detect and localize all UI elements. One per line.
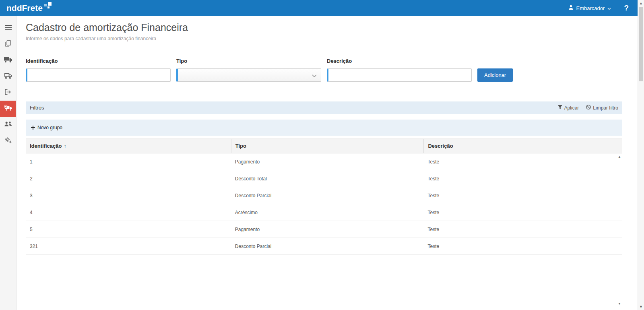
apply-filter-button[interactable]: Aplicar	[558, 105, 579, 111]
cell-identificacao: 2	[26, 170, 231, 187]
identificacao-label: Identificação	[26, 58, 171, 64]
field-identificacao: Identificação	[26, 58, 171, 82]
user-menu[interactable]: Embarcador	[568, 5, 611, 11]
column-header-descricao[interactable]: Descrição	[423, 139, 622, 153]
cell-tipo: Desconto Parcial	[231, 238, 424, 254]
user-icon	[568, 5, 574, 11]
results-grid: Identificação ↑ Tipo Descrição 1 Pagamen…	[26, 138, 622, 309]
topbar-right: Embarcador ?	[568, 4, 631, 12]
gears-icon	[4, 137, 12, 145]
slash-circle-icon	[586, 105, 591, 111]
users-icon	[4, 121, 12, 128]
funnel-icon	[558, 105, 562, 111]
filter-actions: Aplicar Limpar filtro	[558, 105, 618, 111]
scroll-up-arrow-icon[interactable]: ▲	[618, 155, 621, 159]
brand-logo[interactable]: nddFrete	[6, 3, 52, 13]
select-chevron-down-icon	[312, 72, 317, 79]
table-row[interactable]: 5 Pagamento Teste	[26, 221, 622, 238]
table-row[interactable]: 1 Pagamento Teste	[26, 153, 622, 170]
sidebar-item-users[interactable]	[0, 117, 16, 133]
logout-icon	[5, 89, 11, 97]
cell-identificacao: 1	[26, 153, 231, 170]
cell-identificacao: 3	[26, 187, 231, 204]
page-scrollbar[interactable]: ▲ ▼	[638, 0, 644, 310]
scroll-down-arrow-icon[interactable]: ▼	[638, 305, 644, 309]
grid-scrollbar[interactable]: ▲ ▼	[617, 155, 622, 306]
cell-identificacao: 321	[26, 238, 231, 254]
cell-descricao: Teste	[423, 153, 622, 170]
user-menu-label: Embarcador	[576, 5, 605, 11]
field-tipo: Tipo	[176, 58, 321, 82]
top-bar: nddFrete Embarcador ?	[0, 0, 638, 16]
sidebar-item-documents[interactable]	[0, 36, 16, 52]
page-title: Cadastro de amortização Financeira	[26, 22, 622, 33]
clear-filter-button[interactable]: Limpar filtro	[586, 105, 618, 111]
sidebar-item-financial-amortization[interactable]	[0, 101, 16, 117]
brand-logo-squares-icon	[44, 2, 52, 9]
identificacao-input[interactable]	[26, 68, 171, 82]
new-group-label: Novo grupo	[37, 125, 62, 130]
table-row[interactable]: 3 Desconto Parcial Teste	[26, 187, 622, 204]
main-content: Cadastro de amortização Financeira Infor…	[17, 16, 638, 310]
tipo-select[interactable]	[176, 68, 321, 82]
adicionar-button[interactable]: Adicionar	[477, 68, 513, 82]
descricao-label: Descrição	[327, 58, 472, 64]
scroll-down-arrow-icon[interactable]: ▼	[618, 302, 621, 306]
sidebar-item-settings[interactable]	[0, 133, 16, 149]
table-row[interactable]: 4 Acréscimo Teste	[26, 204, 622, 221]
sidebar-item-logout[interactable]	[0, 85, 16, 101]
sort-ascending-icon: ↑	[64, 143, 66, 149]
sidebar-item-menu-toggle[interactable]	[0, 20, 16, 36]
column-header-label: Identificação	[30, 143, 62, 149]
cell-tipo: Desconto Parcial	[231, 187, 424, 204]
truck-outline-icon	[4, 73, 12, 81]
cell-identificacao: 4	[26, 204, 231, 221]
sidebar	[0, 16, 17, 310]
freight-money-icon	[4, 105, 12, 113]
cell-identificacao: 5	[26, 221, 231, 238]
cell-descricao: Teste	[423, 170, 622, 187]
cell-tipo: Pagamento	[231, 153, 424, 170]
column-header-label: Descrição	[428, 143, 453, 149]
page-subtitle: Informe os dados para cadastrar uma amor…	[26, 36, 622, 46]
truck-icon	[4, 57, 12, 64]
plus-icon	[31, 126, 35, 130]
table-row[interactable]: 321 Desconto Parcial Teste	[26, 238, 622, 255]
cell-descricao: Teste	[423, 187, 622, 204]
copy-icon	[5, 40, 11, 48]
help-button[interactable]: ?	[621, 4, 631, 12]
column-header-label: Tipo	[235, 143, 246, 149]
clear-filter-label: Limpar filtro	[593, 105, 618, 111]
column-header-identificacao[interactable]: Identificação ↑	[26, 139, 231, 153]
sidebar-item-freight[interactable]	[0, 52, 16, 68]
grid-body: 1 Pagamento Teste 2 Desconto Total Teste…	[26, 153, 622, 309]
chevron-down-icon	[607, 5, 611, 11]
app-root: nddFrete Embarcador ?	[0, 0, 644, 310]
tipo-label: Tipo	[176, 58, 321, 64]
hamburger-menu-icon	[5, 25, 12, 32]
table-row[interactable]: 2 Desconto Total Teste	[26, 170, 622, 187]
grid-header: Identificação ↑ Tipo Descrição	[26, 138, 622, 153]
filters-bar: Filtros Aplicar Limpar filtro	[26, 101, 622, 114]
amortization-form: Identificação Tipo Descrição Adicionar	[26, 58, 622, 82]
cell-descricao: Teste	[423, 221, 622, 238]
brand-text: nddFrete	[6, 3, 43, 12]
column-header-tipo[interactable]: Tipo	[231, 139, 424, 153]
apply-filter-label: Aplicar	[564, 105, 579, 111]
scroll-up-arrow-icon[interactable]: ▲	[638, 1, 644, 5]
cell-descricao: Teste	[423, 204, 622, 221]
sidebar-item-fleet[interactable]	[0, 68, 16, 85]
filters-title: Filtros	[30, 105, 44, 111]
field-descricao: Descrição	[327, 58, 472, 82]
new-group-button[interactable]: Novo grupo	[26, 120, 622, 136]
scrollbar-thumb[interactable]	[639, 7, 643, 81]
cell-tipo: Desconto Total	[231, 170, 424, 187]
descricao-input[interactable]	[327, 68, 472, 82]
cell-tipo: Acréscimo	[231, 204, 424, 221]
cell-tipo: Pagamento	[231, 221, 424, 238]
cell-descricao: Teste	[423, 238, 622, 254]
